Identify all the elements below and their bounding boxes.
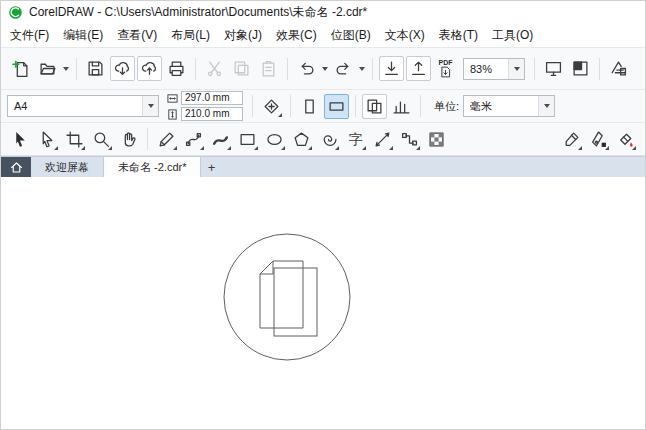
menu-effects[interactable]: 效果(C) [269, 24, 324, 47]
app-launcher-button[interactable] [606, 56, 631, 81]
menu-file[interactable]: 文件(F) [3, 24, 56, 47]
menu-view[interactable]: 查看(V) [110, 24, 164, 47]
rectangle-tool-button[interactable] [235, 127, 260, 152]
drawing-objects[interactable] [211, 229, 371, 389]
open-from-cloud-button[interactable] [110, 56, 135, 81]
menu-layout[interactable]: 布局(L) [164, 24, 217, 47]
print-button[interactable] [164, 56, 189, 81]
new-tab-button[interactable]: + [201, 157, 221, 177]
chevron-down-icon [63, 67, 69, 71]
connector-tool-button[interactable] [397, 127, 422, 152]
spiral-tool-button[interactable] [316, 127, 341, 152]
menu-edit[interactable]: 编辑(E) [56, 24, 110, 47]
save-to-cloud-button[interactable] [137, 56, 162, 81]
import-button[interactable] [379, 56, 404, 81]
zoom-level-value: 83% [464, 63, 508, 75]
page-size-preset-value: A4 [8, 100, 142, 112]
view-mode-button[interactable] [568, 56, 593, 81]
transparency-tool-button[interactable] [424, 127, 449, 152]
current-page-button[interactable] [362, 94, 387, 119]
open-dropdown-button[interactable] [61, 56, 71, 81]
publish-pdf-button[interactable]: PDF [433, 56, 458, 81]
dimension-tool-button[interactable] [370, 127, 395, 152]
menu-bitmaps[interactable]: 位图(B) [324, 24, 378, 47]
nudge-offset-button[interactable] [259, 94, 284, 119]
pan-tool-button[interactable] [116, 127, 141, 152]
freehand-tool-button[interactable] [154, 127, 179, 152]
text-tool-button[interactable]: 字 [343, 127, 368, 152]
view-mode-icon [572, 60, 589, 77]
zoom-level-combo[interactable]: 83% [463, 58, 525, 80]
export-button[interactable] [406, 56, 431, 81]
menu-object[interactable]: 对象(J) [217, 24, 269, 47]
save-button[interactable] [83, 56, 108, 81]
redo-dropdown-button[interactable] [357, 56, 367, 81]
import-arrow-icon [383, 60, 400, 77]
redo-button[interactable] [331, 56, 356, 81]
page-fold-shape[interactable] [260, 261, 273, 274]
window-title: CorelDRAW - C:\Users\Administrator\Docum… [29, 4, 367, 21]
app-launcher-icon [610, 60, 627, 77]
portrait-page-icon [301, 98, 318, 115]
tab-document-untitled-2[interactable]: 未命名 -2.cdr* [104, 157, 201, 177]
landscape-button[interactable] [324, 94, 349, 119]
chevron-down-icon [322, 67, 328, 71]
undo-icon [298, 60, 315, 77]
undo-button[interactable] [294, 56, 319, 81]
pick-tool-button[interactable] [8, 127, 33, 152]
page-size-dropdown-button[interactable] [142, 96, 158, 116]
document-tab-bar: 欢迎屏幕 未命名 -2.cdr* + [1, 156, 645, 177]
clipboard-paste-icon [260, 60, 277, 77]
current-page-icon [366, 98, 383, 115]
tab-welcome-screen[interactable]: 欢迎屏幕 [31, 157, 104, 177]
open-document-button[interactable] [35, 56, 60, 81]
fullscreen-preview-button[interactable] [541, 56, 566, 81]
page-height-field[interactable]: 210.0 mm [181, 107, 243, 121]
all-pages-button[interactable] [389, 94, 414, 119]
page-front-shape[interactable] [260, 261, 303, 328]
units-dropdown-button[interactable] [538, 96, 554, 116]
menu-text[interactable]: 文本(X) [378, 24, 432, 47]
shape-tool-button[interactable] [35, 127, 60, 152]
units-combo[interactable]: 毫米 [463, 95, 555, 117]
crop-tool-button[interactable] [62, 127, 87, 152]
toolbar-separator [287, 58, 288, 80]
zoom-dropdown-button[interactable] [508, 59, 524, 79]
undo-dropdown-button[interactable] [320, 56, 330, 81]
menu-table[interactable]: 表格(T) [432, 24, 485, 47]
zoom-tool-button[interactable] [89, 127, 114, 152]
text-tool-icon: 字 [349, 132, 363, 146]
welcome-home-button[interactable] [1, 157, 31, 177]
polygon-tool-button[interactable] [289, 127, 314, 152]
menu-tools[interactable]: 工具(O) [485, 24, 540, 47]
toolbar-separator [355, 95, 356, 117]
scissors-icon [206, 60, 223, 77]
copy-button[interactable] [229, 56, 254, 81]
page-width-field[interactable]: 297.0 mm [181, 91, 243, 105]
toolbar-separator [195, 58, 196, 80]
property-bar: A4 297.0 mm 210.0 mm [1, 89, 645, 122]
cloud-open-icon [114, 60, 131, 77]
corner-caret-icon [308, 146, 312, 150]
bezier-tool-button[interactable] [181, 127, 206, 152]
fill-tool-button[interactable] [613, 127, 638, 152]
circle-shape[interactable] [224, 234, 350, 360]
eyedropper-tool-button[interactable] [559, 127, 584, 152]
artistic-media-tool-button[interactable] [208, 127, 233, 152]
page-size-preset-combo[interactable]: A4 [7, 95, 159, 117]
tab-label: 欢迎屏幕 [45, 160, 89, 175]
toolbar-separator [147, 128, 148, 150]
new-document-button[interactable] [8, 56, 33, 81]
page-back-shape[interactable] [274, 268, 317, 336]
ellipse-tool-button[interactable] [262, 127, 287, 152]
drawing-canvas[interactable] [1, 177, 646, 430]
cut-button[interactable] [202, 56, 227, 81]
new-document-icon [12, 60, 29, 77]
outline-pen-tool-button[interactable] [586, 127, 611, 152]
portrait-button[interactable] [297, 94, 322, 119]
open-folder-icon [39, 60, 56, 77]
corner-caret-icon [281, 146, 285, 150]
toolbar-separator [252, 95, 253, 117]
paste-button[interactable] [256, 56, 281, 81]
corner-caret-icon [416, 146, 420, 150]
